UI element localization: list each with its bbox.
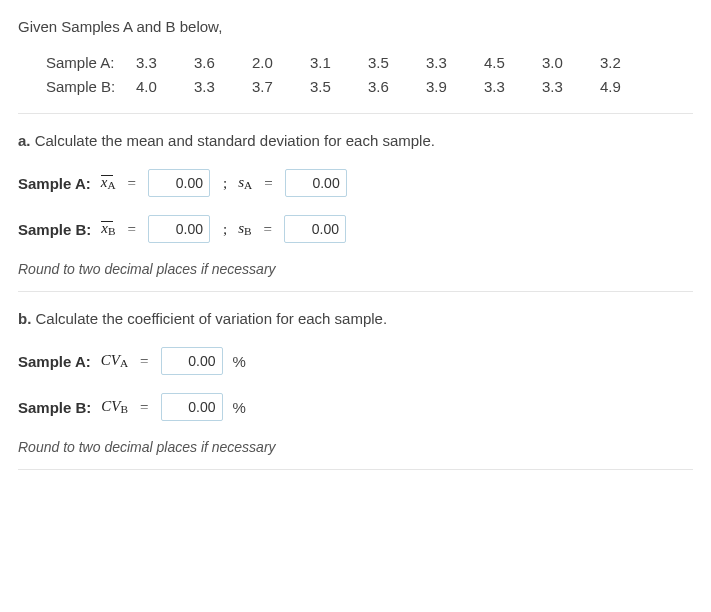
sample-a-row: Sample A: 3.3 3.6 2.0 3.1 3.5 3.3 4.5 3.…	[46, 51, 693, 75]
mean-a-input[interactable]	[148, 169, 210, 197]
equals-sign: =	[260, 221, 276, 238]
semicolon: ;	[218, 175, 230, 192]
sample-b-val: 3.6	[368, 75, 426, 99]
cv-b-symbol: CVB	[101, 398, 128, 415]
part-b-prompt: b. Calculate the coefficient of variatio…	[18, 310, 693, 327]
part-a-letter: a.	[18, 132, 31, 149]
part-a-prompt: a. Calculate the mean and standard devia…	[18, 132, 693, 149]
equals-sign: =	[124, 221, 140, 238]
percent-sign: %	[233, 399, 246, 416]
cv-a-input[interactable]	[161, 347, 223, 375]
part-a-text: Calculate the mean and standard deviatio…	[35, 132, 435, 149]
sample-a-val: 2.0	[252, 51, 310, 75]
divider	[18, 469, 693, 470]
part-a-sample-b-row: Sample B: xB = ; sB =	[18, 215, 693, 243]
sample-a-val: 3.5	[368, 51, 426, 75]
sample-b-val: 3.3	[542, 75, 600, 99]
s-a-symbol: sA	[238, 174, 252, 191]
equals-sign: =	[260, 175, 276, 192]
intro-text: Given Samples A and B below,	[18, 18, 693, 35]
cv-b-input[interactable]	[161, 393, 223, 421]
sample-b-val: 3.9	[426, 75, 484, 99]
sample-b-val: 3.5	[310, 75, 368, 99]
part-a-hint: Round to two decimal places if necessary	[18, 261, 693, 277]
equals-sign: =	[136, 399, 152, 416]
part-b-letter: b.	[18, 310, 31, 327]
xbar-b-symbol: xB	[101, 220, 115, 237]
cv-a-symbol: CVA	[101, 352, 128, 369]
sample-a-val: 3.3	[136, 51, 194, 75]
sample-a-val: 3.1	[310, 51, 368, 75]
part-b-sample-a-row: Sample A: CVA = %	[18, 347, 693, 375]
sample-a-val: 4.5	[484, 51, 542, 75]
sample-a-val: 3.0	[542, 51, 600, 75]
sample-b-val: 3.3	[484, 75, 542, 99]
equals-sign: =	[124, 175, 140, 192]
xbar-a-symbol: xA	[101, 174, 116, 191]
s-b-symbol: sB	[238, 220, 251, 237]
sample-b-val: 4.0	[136, 75, 194, 99]
sd-a-input[interactable]	[285, 169, 347, 197]
sample-b-row: Sample B: 4.0 3.3 3.7 3.5 3.6 3.9 3.3 3.…	[46, 75, 693, 99]
sample-a-val: 3.3	[426, 51, 484, 75]
equals-sign: =	[136, 353, 152, 370]
part-b-hint: Round to two decimal places if necessary	[18, 439, 693, 455]
sample-a-val: 3.6	[194, 51, 252, 75]
sample-a-val: 3.2	[600, 51, 658, 75]
part-b-sample-b-row: Sample B: CVB = %	[18, 393, 693, 421]
sd-b-input[interactable]	[284, 215, 346, 243]
sample-b-lead: Sample B:	[18, 221, 91, 238]
semicolon: ;	[218, 221, 230, 238]
percent-sign: %	[233, 353, 246, 370]
sample-a-label: Sample A:	[46, 51, 136, 75]
divider	[18, 113, 693, 114]
sample-data-table: Sample A: 3.3 3.6 2.0 3.1 3.5 3.3 4.5 3.…	[46, 51, 693, 99]
sample-b-val: 3.7	[252, 75, 310, 99]
divider	[18, 291, 693, 292]
sample-b-lead: Sample B:	[18, 399, 91, 416]
part-b-text: Calculate the coefficient of variation f…	[36, 310, 388, 327]
mean-b-input[interactable]	[148, 215, 210, 243]
sample-a-lead: Sample A:	[18, 353, 91, 370]
part-a-sample-a-row: Sample A: xA = ; sA =	[18, 169, 693, 197]
sample-a-lead: Sample A:	[18, 175, 91, 192]
sample-b-val: 3.3	[194, 75, 252, 99]
sample-b-label: Sample B:	[46, 75, 136, 99]
sample-b-val: 4.9	[600, 75, 658, 99]
